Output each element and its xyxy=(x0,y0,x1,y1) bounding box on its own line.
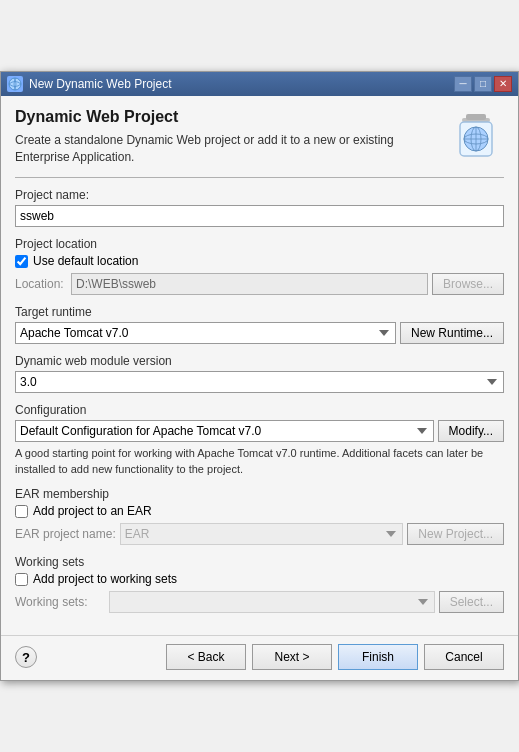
dialog-content: Dynamic Web Project Create a standalone … xyxy=(1,96,518,635)
title-bar-left: New Dynamic Web Project xyxy=(7,76,172,92)
dialog-window: New Dynamic Web Project ─ □ ✕ Dynamic We… xyxy=(0,71,519,681)
project-location-label: Project location xyxy=(15,237,504,251)
modify-button[interactable]: Modify... xyxy=(438,420,504,442)
ear-membership-group: EAR membership Add project to an EAR EAR… xyxy=(15,487,504,545)
footer-buttons: < Back Next > Finish Cancel xyxy=(166,644,504,670)
working-sets-row: Working sets: Select... xyxy=(15,591,504,613)
window-icon xyxy=(7,76,23,92)
header-title: Dynamic Web Project xyxy=(15,108,395,126)
ear-membership-label: EAR membership xyxy=(15,487,504,501)
new-runtime-button[interactable]: New Runtime... xyxy=(400,322,504,344)
ear-project-field-label: EAR project name: xyxy=(15,527,116,541)
configuration-label: Configuration xyxy=(15,403,504,417)
use-default-location-row: Use default location xyxy=(15,254,504,268)
target-runtime-dropdown[interactable]: Apache Tomcat v7.0 xyxy=(15,322,396,344)
next-button[interactable]: Next > xyxy=(252,644,332,670)
browse-button[interactable]: Browse... xyxy=(432,273,504,295)
header-separator xyxy=(15,177,504,178)
title-bar: New Dynamic Web Project ─ □ ✕ xyxy=(1,72,518,96)
add-to-working-sets-checkbox[interactable] xyxy=(15,573,28,586)
project-name-label: Project name: xyxy=(15,188,504,202)
header-text: Dynamic Web Project Create a standalone … xyxy=(15,108,395,166)
project-location-group: Project location Use default location Lo… xyxy=(15,237,504,295)
maximize-button[interactable]: □ xyxy=(474,76,492,92)
configuration-group: Configuration Default Configuration for … xyxy=(15,403,504,477)
working-sets-group: Working sets Add project to working sets… xyxy=(15,555,504,613)
ear-project-row: EAR project name: EAR New Project... xyxy=(15,523,504,545)
select-working-sets-button[interactable]: Select... xyxy=(439,591,504,613)
use-default-location-checkbox[interactable] xyxy=(15,255,28,268)
finish-button[interactable]: Finish xyxy=(338,644,418,670)
location-input[interactable] xyxy=(71,273,428,295)
new-project-button[interactable]: New Project... xyxy=(407,523,504,545)
dialog-footer: ? < Back Next > Finish Cancel xyxy=(1,635,518,680)
cancel-button[interactable]: Cancel xyxy=(424,644,504,670)
add-to-ear-checkbox-label: Add project to an EAR xyxy=(33,504,152,518)
project-name-group: Project name: xyxy=(15,188,504,227)
back-button[interactable]: < Back xyxy=(166,644,246,670)
project-name-input[interactable] xyxy=(15,205,504,227)
add-to-ear-row: Add project to an EAR xyxy=(15,504,504,518)
location-field-label: Location: xyxy=(15,277,67,291)
minimize-button[interactable]: ─ xyxy=(454,76,472,92)
working-sets-field-label: Working sets: xyxy=(15,595,105,609)
target-runtime-row: Apache Tomcat v7.0 New Runtime... xyxy=(15,322,504,344)
add-to-ear-checkbox[interactable] xyxy=(15,505,28,518)
header-icon xyxy=(448,108,504,164)
use-default-location-checkbox-label: Use default location xyxy=(33,254,138,268)
dynamic-web-module-dropdown[interactable]: 3.0 2.5 2.4 2.3 xyxy=(15,371,504,393)
window-title: New Dynamic Web Project xyxy=(29,77,172,91)
globe-svg xyxy=(452,112,500,160)
title-bar-controls: ─ □ ✕ xyxy=(454,76,512,92)
working-sets-dropdown xyxy=(109,591,435,613)
working-sets-label: Working sets xyxy=(15,555,504,569)
header-section: Dynamic Web Project Create a standalone … xyxy=(15,108,504,166)
svg-point-0 xyxy=(9,78,21,90)
ear-project-dropdown: EAR xyxy=(120,523,404,545)
dynamic-web-module-group: Dynamic web module version 3.0 2.5 2.4 2… xyxy=(15,354,504,393)
add-to-working-sets-row: Add project to working sets xyxy=(15,572,504,586)
target-runtime-group: Target runtime Apache Tomcat v7.0 New Ru… xyxy=(15,305,504,344)
add-to-working-sets-checkbox-label: Add project to working sets xyxy=(33,572,177,586)
location-row: Location: Browse... xyxy=(15,273,504,295)
dynamic-web-module-label: Dynamic web module version xyxy=(15,354,504,368)
header-description: Create a standalone Dynamic Web project … xyxy=(15,132,395,166)
help-button[interactable]: ? xyxy=(15,646,37,668)
configuration-info: A good starting point for working with A… xyxy=(15,446,504,477)
configuration-row: Default Configuration for Apache Tomcat … xyxy=(15,420,504,442)
close-button[interactable]: ✕ xyxy=(494,76,512,92)
target-runtime-label: Target runtime xyxy=(15,305,504,319)
footer-left: ? xyxy=(15,646,37,668)
configuration-dropdown[interactable]: Default Configuration for Apache Tomcat … xyxy=(15,420,434,442)
svg-rect-2 xyxy=(466,114,486,120)
